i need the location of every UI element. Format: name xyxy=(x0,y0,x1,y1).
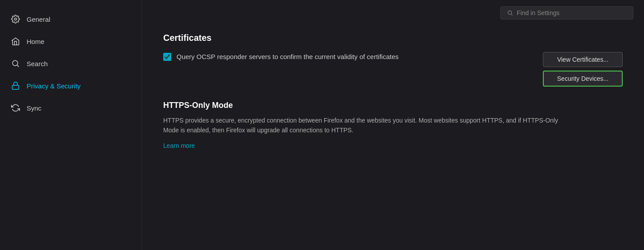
sidebar-item-general-label: General xyxy=(27,16,50,23)
sync-icon xyxy=(11,103,20,113)
gear-icon xyxy=(11,14,20,24)
find-settings-search-icon xyxy=(507,10,513,16)
svg-point-1 xyxy=(12,60,18,66)
svg-rect-3 xyxy=(12,85,19,89)
certificates-title: Certificates xyxy=(163,33,623,43)
ocsp-label: Query OCSP responder servers to confirm … xyxy=(177,52,399,62)
ocsp-checkbox[interactable] xyxy=(163,53,171,61)
security-devices-button[interactable]: Security Devices... xyxy=(543,71,623,87)
ocsp-left: Query OCSP responder servers to confirm … xyxy=(163,52,532,63)
svg-point-0 xyxy=(15,18,17,20)
learn-more-link[interactable]: Learn more xyxy=(163,142,195,149)
svg-point-4 xyxy=(508,11,511,14)
sidebar-item-privacy-security-label: Privacy & Security xyxy=(27,82,81,90)
find-in-settings-container[interactable] xyxy=(500,6,633,20)
certificates-row: Query OCSP responder servers to confirm … xyxy=(163,52,623,87)
main-content: Certificates Query OCSP responder server… xyxy=(142,0,644,250)
find-in-settings-input[interactable] xyxy=(517,9,627,16)
search-icon xyxy=(11,59,20,68)
sidebar-item-search-label: Search xyxy=(27,60,48,67)
https-only-description: HTTPS provides a secure, encrypted conne… xyxy=(163,115,562,135)
lock-icon xyxy=(11,81,20,91)
view-certificates-button[interactable]: View Certificates... xyxy=(543,52,623,67)
top-bar xyxy=(142,0,644,24)
sidebar-item-home[interactable]: Home xyxy=(0,31,141,52)
sidebar-item-home-label: Home xyxy=(27,38,44,45)
content-area: Certificates Query OCSP responder server… xyxy=(142,24,644,250)
home-icon xyxy=(11,36,20,46)
svg-line-2 xyxy=(17,65,19,67)
https-only-section: HTTPS-Only Mode HTTPS provides a secure,… xyxy=(163,101,623,150)
https-only-title: HTTPS-Only Mode xyxy=(163,101,623,110)
sidebar: General Home Search Privacy & Security xyxy=(0,0,142,250)
sidebar-item-privacy-security[interactable]: Privacy & Security xyxy=(0,75,141,96)
sidebar-item-general[interactable]: General xyxy=(0,9,141,29)
certificates-section: Certificates Query OCSP responder server… xyxy=(163,33,623,87)
sidebar-item-sync-label: Sync xyxy=(27,104,41,112)
svg-line-5 xyxy=(511,14,513,16)
ocsp-checkbox-wrapper[interactable] xyxy=(163,53,171,63)
sidebar-item-search[interactable]: Search xyxy=(0,53,141,74)
cert-buttons: View Certificates... Security Devices... xyxy=(543,52,623,87)
sidebar-item-sync[interactable]: Sync xyxy=(0,98,141,118)
